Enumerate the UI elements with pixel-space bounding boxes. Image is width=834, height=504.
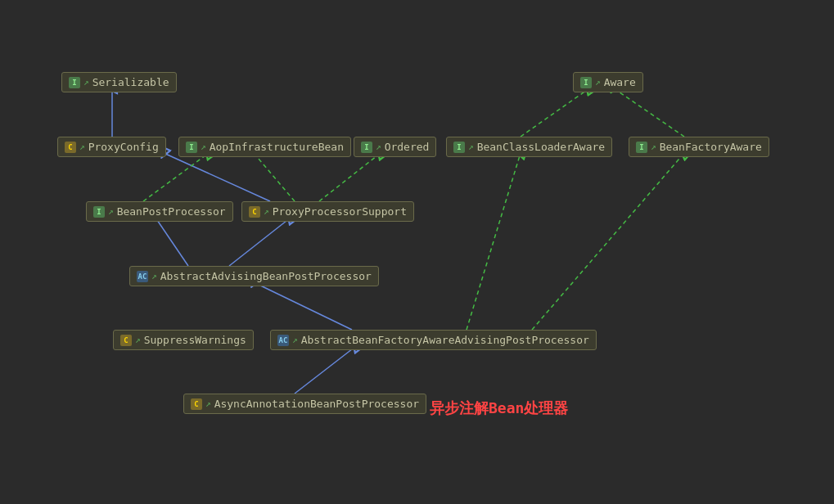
node-aware: I↗Aware bbox=[573, 72, 643, 92]
badge-aopinfra: I bbox=[186, 142, 197, 153]
label-aware: Aware bbox=[604, 76, 636, 88]
label-asyncannotation: AsyncAnnotationBeanPostProcessor bbox=[214, 398, 419, 410]
link-icon-aopinfra: ↗ bbox=[201, 142, 206, 152]
node-abstractbeanfactory: AC↗AbstractBeanFactoryAwareAdvisingPostP… bbox=[270, 330, 597, 350]
node-beanclassloaderaware: I↗BeanClassLoaderAware bbox=[446, 137, 612, 157]
annotation-label: 异步注解Bean处理器 bbox=[430, 398, 568, 418]
label-proxyconfig: ProxyConfig bbox=[88, 141, 159, 153]
svg-line-16 bbox=[532, 153, 684, 330]
link-icon-abstractadvisingbean: ↗ bbox=[151, 271, 157, 281]
link-icon-beanclassloaderaware: ↗ bbox=[468, 142, 474, 152]
label-serializable: Serializable bbox=[92, 76, 169, 88]
badge-asyncannotation: C bbox=[191, 398, 202, 410]
badge-proxyconfig: C bbox=[65, 142, 76, 153]
link-icon-aware: ↗ bbox=[595, 77, 601, 88]
link-icon-proxyconfig: ↗ bbox=[79, 142, 85, 152]
badge-beanpostprocessor: I bbox=[93, 206, 105, 218]
label-proxyprocessorsupport: ProxyProcessorSupport bbox=[273, 205, 407, 218]
badge-aware: I bbox=[580, 77, 592, 88]
node-ordered: I↗Ordered bbox=[354, 137, 436, 157]
svg-line-15 bbox=[467, 153, 521, 330]
node-proxyprocessorsupport: C↗ProxyProcessorSupport bbox=[241, 201, 414, 222]
svg-line-7 bbox=[614, 88, 684, 137]
label-beanfactoryaware: BeanFactoryAware bbox=[660, 141, 762, 153]
node-abstractadvisingbean: AC↗AbstractAdvisingBeanPostProcessor bbox=[129, 266, 379, 286]
label-beanpostprocessor: BeanPostProcessor bbox=[117, 205, 226, 218]
label-aopinfra: AopInfrastructureBean bbox=[210, 141, 344, 153]
link-icon-suppresswarnings: ↗ bbox=[135, 335, 141, 345]
svg-line-8 bbox=[254, 153, 295, 201]
svg-line-17 bbox=[295, 346, 356, 394]
label-abstractbeanfactory: AbstractBeanFactoryAwareAdvisingPostProc… bbox=[301, 334, 589, 346]
badge-beanfactoryaware: I bbox=[636, 142, 647, 153]
label-suppresswarnings: SuppressWarnings bbox=[144, 334, 246, 346]
svg-line-13 bbox=[229, 218, 291, 266]
badge-suppresswarnings: C bbox=[120, 335, 132, 346]
link-icon-abstractbeanfactory: ↗ bbox=[292, 335, 298, 345]
svg-line-10 bbox=[164, 153, 270, 201]
label-beanclassloaderaware: BeanClassLoaderAware bbox=[477, 141, 606, 153]
svg-line-11 bbox=[143, 153, 209, 201]
svg-line-14 bbox=[254, 282, 352, 330]
node-beanpostprocessor: I↗BeanPostProcessor bbox=[86, 201, 233, 222]
badge-ordered: I bbox=[361, 142, 372, 153]
link-icon-proxyprocessorsupport: ↗ bbox=[264, 206, 269, 217]
diagram-container: I↗SerializableI↗AwareC↗ProxyConfigI↗AopI… bbox=[0, 0, 834, 504]
svg-line-6 bbox=[521, 88, 589, 137]
badge-abstractbeanfactory: AC bbox=[277, 335, 289, 346]
link-icon-ordered: ↗ bbox=[376, 142, 381, 152]
link-icon-serializable: ↗ bbox=[83, 77, 89, 88]
label-ordered: Ordered bbox=[385, 141, 430, 153]
node-serializable: I↗Serializable bbox=[61, 72, 177, 92]
node-beanfactoryaware: I↗BeanFactoryAware bbox=[629, 137, 769, 157]
node-suppresswarnings: C↗SuppressWarnings bbox=[113, 330, 254, 350]
label-abstractadvisingbean: AbstractAdvisingBeanPostProcessor bbox=[160, 270, 372, 282]
badge-abstractadvisingbean: AC bbox=[137, 271, 148, 282]
link-icon-asyncannotation: ↗ bbox=[205, 398, 211, 409]
badge-beanclassloaderaware: I bbox=[453, 142, 465, 153]
link-icon-beanfactoryaware: ↗ bbox=[651, 142, 656, 152]
badge-serializable: I bbox=[69, 77, 80, 88]
svg-line-12 bbox=[156, 218, 188, 266]
link-icon-beanpostprocessor: ↗ bbox=[108, 206, 114, 217]
node-aopinfra: I↗AopInfrastructureBean bbox=[178, 137, 351, 157]
node-proxyconfig: C↗ProxyConfig bbox=[57, 137, 166, 157]
badge-proxyprocessorsupport: C bbox=[249, 206, 260, 218]
node-asyncannotation: C↗AsyncAnnotationBeanPostProcessor bbox=[183, 394, 426, 414]
svg-line-9 bbox=[319, 153, 381, 201]
